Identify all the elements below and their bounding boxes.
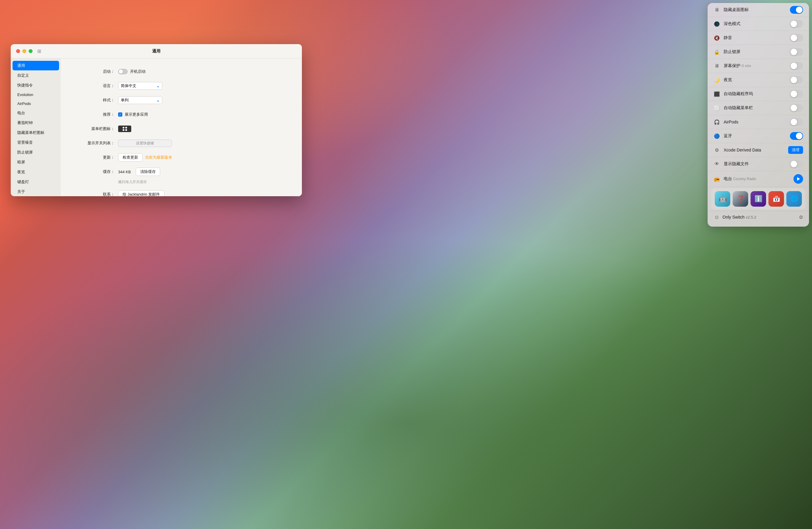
airpods-toggle[interactable] (790, 118, 803, 126)
mute-icon: 🔇 (713, 34, 720, 41)
auto-hide-menu-toggle[interactable] (790, 104, 803, 112)
bluetooth-toggle[interactable] (790, 132, 803, 140)
hide-desktop-toggle[interactable] (790, 6, 803, 14)
app-icon-4[interactable]: 📅 (768, 191, 784, 207)
sidebar-item-night-shift[interactable]: 夜览 (13, 167, 59, 177)
style-select-wrapper: 单列 ⌄ (118, 96, 162, 104)
prevent-lock-icon: 🔒 (713, 49, 720, 55)
update-label: 更新： (79, 155, 115, 160)
hide-desktop-label: 隐藏桌面图标 (724, 7, 786, 13)
panel-row-auto-hide-dock: ⬛ 自动隐藏程序坞 (708, 87, 809, 101)
style-dropdown[interactable]: 单列 ⌄ (118, 96, 162, 104)
auto-hide-dock-toggle[interactable] (790, 90, 803, 98)
auto-hide-dock-icon: ⬛ (713, 91, 720, 97)
sidebar-item-bg-noise[interactable]: 背景噪音 (13, 138, 59, 147)
night-shift-label: 夜览 (724, 77, 786, 83)
sidebar-item-evolution[interactable]: Evolution (13, 90, 59, 99)
sidebar-item-general[interactable]: 通用 (13, 61, 59, 70)
window-body: 通用 自定义 快捷指令 Evolution AirPods 电台 番茄时钟 隐藏… (11, 58, 302, 196)
style-row: 样式： 单列 ⌄ (79, 96, 284, 104)
cache-hint: 藏刘海儿开关缓存 (118, 179, 147, 185)
cache-hint-row: 藏刘海儿开关缓存 (79, 178, 284, 186)
screensaver-sublabel: 0 min (742, 63, 751, 68)
recommend-label: 推荐： (79, 112, 115, 117)
contact-label: 联系： (79, 192, 115, 196)
sidebar-item-radio[interactable]: 电台 (13, 108, 59, 118)
radio-play-button[interactable] (794, 174, 803, 184)
night-shift-toggle[interactable] (790, 76, 803, 84)
menubar-control (118, 126, 131, 132)
app-icon-2[interactable]: ❓ (733, 191, 748, 207)
sidebar-item-customize[interactable]: 自定义 (13, 71, 59, 80)
panel-row-airpods: 🎧 AirPods (708, 115, 809, 129)
mute-toggle[interactable] (790, 34, 803, 42)
cache-control: 344 KB 清除缓存 (118, 167, 160, 176)
screensaver-toggle[interactable] (790, 62, 803, 70)
contact-row: 联系： 给 Jacklandrin 发邮件 (79, 190, 284, 196)
sidebar-item-pomodoro[interactable]: 番茄时钟 (13, 118, 59, 128)
airpods-icon: 🎧 (713, 119, 720, 125)
sidebar-toggle-icon[interactable]: ⊞ (37, 48, 41, 54)
only-switch-app-icon: ⊙ (713, 214, 720, 220)
app-icon-5[interactable]: 🌐 (786, 191, 802, 207)
style-arrow-icon: ⌄ (157, 98, 160, 102)
settings-window: ⊞ 通用 通用 自定义 快捷指令 Evolution AirPods 电台 番茄… (11, 44, 302, 196)
cache-label: 缓存： (79, 169, 115, 174)
sidebar-item-airpods[interactable]: AirPods (13, 99, 59, 108)
sidebar-item-dim[interactable]: 暗屏 (13, 158, 59, 167)
dark-mode-label: 深色模式 (724, 21, 786, 27)
bluetooth-label: 蓝牙 (724, 133, 786, 139)
sidebar-item-hide-menu[interactable]: 隐藏菜单栏图标 (13, 128, 59, 137)
startup-toggle-label: 开机启动 (130, 69, 146, 74)
xcode-clean-button[interactable]: 清理 (788, 146, 803, 154)
panel-row-radio: 📻 电台 Country Radio (708, 171, 809, 187)
shortcut-input[interactable]: 设置快捷键 (118, 139, 172, 147)
sidebar-item-keyboard-light[interactable]: 键盘灯 (13, 177, 59, 187)
title-bar: ⊞ 通用 (11, 44, 302, 58)
menubar-dots-right (125, 127, 127, 131)
night-shift-icon: 🌙 (713, 77, 720, 83)
prevent-lock-toggle[interactable] (790, 48, 803, 56)
dark-mode-toggle[interactable] (790, 20, 803, 28)
menubar-icon-preview[interactable] (118, 126, 131, 132)
menubar-dot-1 (122, 127, 125, 129)
minimize-button[interactable] (23, 49, 26, 53)
screensaver-label: 屏幕保护 0 min (724, 63, 786, 69)
startup-toggle[interactable] (118, 69, 128, 74)
menubar-dot-2 (122, 129, 125, 131)
window-title: 通用 (152, 49, 160, 54)
settings-gear-icon[interactable]: ⚙ (799, 215, 803, 220)
language-control: 简体中文 ⌄ (118, 82, 162, 90)
app-icon-3[interactable]: ℹ️ (751, 191, 766, 207)
recommend-control: ✓ 展示更多应用 (118, 112, 148, 117)
footer-version: v2.5.2 (746, 215, 756, 219)
panel-row-auto-hide-menu: ⬜ 自动隐藏菜单栏 (708, 101, 809, 115)
language-dropdown[interactable]: 简体中文 ⌄ (118, 82, 162, 90)
shortcut-label: 显示开关列表： (79, 141, 115, 146)
check-update-button[interactable]: 检查更新 (118, 153, 143, 162)
xcode-label: Xcode Derived Data (724, 148, 785, 152)
contact-email-button[interactable]: 给 Jacklandrin 发邮件 (118, 190, 164, 196)
app-icons-row: 🤖 ❓ ℹ️ 📅 🌐 (711, 188, 806, 210)
close-button[interactable] (16, 49, 20, 53)
show-hidden-toggle[interactable] (790, 160, 803, 168)
app-icon-1[interactable]: 🤖 (715, 191, 730, 207)
recommend-checkbox-label: 展示更多应用 (125, 112, 148, 117)
auto-hide-menu-icon: ⬜ (713, 105, 720, 111)
xcode-icon: ⚙ (713, 147, 720, 153)
sidebar-item-shortcuts[interactable]: 快捷指令 (13, 80, 59, 90)
panel-row-night-shift: 🌙 夜览 (708, 73, 809, 87)
menubar-dot-4 (125, 129, 127, 131)
maximize-button[interactable] (29, 49, 32, 53)
recommend-checkbox[interactable]: ✓ (118, 113, 122, 117)
panel-row-show-hidden: 👁 显示隐藏文件 (708, 157, 809, 171)
sidebar-item-prevent-lock[interactable]: 防止锁屏 (13, 148, 59, 157)
sidebar-item-about[interactable]: 关于 (13, 187, 59, 196)
menubar-label: 菜单栏图标： (79, 126, 115, 132)
clear-cache-button[interactable]: 清除缓存 (136, 167, 160, 176)
update-control: 检查更新 当前为最新版本 (118, 153, 172, 162)
prevent-lock-label: 防止锁屏 (724, 49, 786, 55)
radio-info: 电台 Country Radio (724, 176, 790, 181)
radio-sublabel: Country Radio (733, 177, 756, 181)
show-hidden-icon: 👁 (713, 161, 720, 167)
